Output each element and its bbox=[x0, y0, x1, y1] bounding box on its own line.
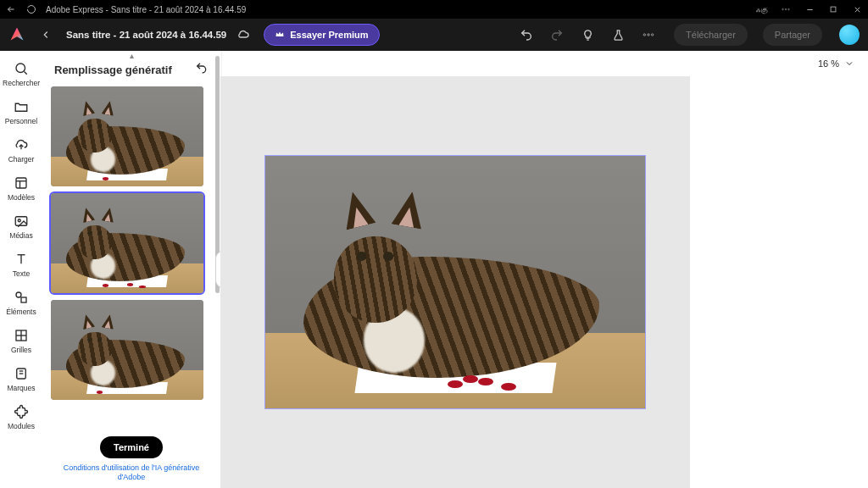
svg-point-5 bbox=[648, 34, 649, 36]
zoom-value: 16 % bbox=[818, 58, 839, 69]
rail-item-media[interactable]: Médias bbox=[0, 208, 42, 245]
share-label: Partager bbox=[775, 30, 810, 40]
svg-point-11 bbox=[16, 292, 21, 297]
variation-thumbnail[interactable] bbox=[51, 86, 203, 186]
canvas-stage[interactable] bbox=[220, 76, 690, 488]
app-toolbar: Sans titre - 21 août 2024 à 16.44.59 Ess… bbox=[0, 19, 868, 51]
rail-label: Grilles bbox=[11, 346, 31, 354]
generative-fill-panel: ▴ Remplissage génératif bbox=[42, 51, 220, 488]
minimize-icon[interactable] bbox=[804, 5, 815, 14]
beaker-icon[interactable] bbox=[608, 25, 628, 45]
undo-button[interactable] bbox=[516, 25, 537, 45]
panel-reset-button[interactable] bbox=[195, 61, 209, 78]
svg-rect-12 bbox=[21, 297, 26, 302]
rail-item-templates[interactable]: Modèles bbox=[0, 170, 42, 207]
document-title[interactable]: Sans titre - 21 août 2024 à 16.44.59 bbox=[66, 30, 226, 40]
elements-icon bbox=[14, 290, 29, 305]
close-icon[interactable] bbox=[851, 5, 863, 14]
rail-item-elements[interactable]: Éléments bbox=[0, 285, 42, 321]
right-properties-empty bbox=[690, 76, 868, 488]
share-button[interactable]: Partager bbox=[763, 24, 822, 46]
canvas-area: 16 % bbox=[220, 51, 868, 488]
left-rail: Rechercher Personnel Charger Modèles Méd… bbox=[0, 51, 42, 488]
addons-icon bbox=[14, 404, 29, 419]
done-button[interactable]: Terminé bbox=[100, 436, 163, 458]
maximize-icon[interactable] bbox=[827, 5, 839, 14]
brands-icon bbox=[14, 366, 29, 381]
upload-icon bbox=[14, 137, 29, 152]
rail-label: Texte bbox=[13, 269, 30, 278]
back-button[interactable] bbox=[36, 25, 56, 45]
svg-rect-8 bbox=[16, 178, 26, 188]
rail-label: Marques bbox=[7, 384, 35, 392]
svg-point-2 bbox=[788, 8, 790, 10]
zoom-control[interactable]: 16 % bbox=[818, 58, 854, 69]
svg-point-6 bbox=[652, 34, 654, 36]
rail-label: Éléments bbox=[6, 308, 36, 316]
rail-label: Modèles bbox=[8, 193, 35, 202]
window-titlebar: Adobe Express - Sans titre - 21 août 202… bbox=[0, 0, 868, 19]
window-title: Adobe Express - Sans titre - 21 août 202… bbox=[46, 5, 246, 14]
rail-item-grids[interactable]: Grilles bbox=[0, 323, 42, 359]
download-button[interactable]: Télécharger bbox=[674, 24, 748, 46]
user-avatar[interactable] bbox=[839, 25, 860, 45]
rail-item-search[interactable]: Rechercher bbox=[0, 56, 42, 92]
generative-ai-tos-link[interactable]: Conditions d'utilisation de l'IA générat… bbox=[55, 463, 208, 483]
svg-rect-3 bbox=[831, 7, 836, 12]
rail-label: Modules bbox=[8, 422, 35, 430]
media-icon bbox=[14, 214, 29, 229]
cloud-sync-icon[interactable] bbox=[236, 27, 250, 42]
rail-label: Charger bbox=[8, 155, 35, 164]
variation-thumbnail[interactable] bbox=[51, 300, 203, 400]
svg-point-0 bbox=[782, 8, 784, 10]
variation-thumbnail[interactable] bbox=[51, 193, 203, 293]
more-icon[interactable] bbox=[780, 4, 792, 14]
svg-point-7 bbox=[16, 64, 25, 73]
grids-icon bbox=[14, 328, 29, 343]
search-icon bbox=[14, 61, 29, 76]
rail-item-brands[interactable]: Marques bbox=[0, 361, 42, 397]
rail-item-your-stuff[interactable]: Personnel bbox=[0, 94, 42, 130]
svg-point-1 bbox=[785, 8, 787, 10]
rail-label: Rechercher bbox=[3, 79, 40, 87]
rail-label: Personnel bbox=[5, 117, 37, 125]
chevron-down-icon bbox=[844, 58, 854, 69]
more-options-icon[interactable] bbox=[638, 25, 659, 45]
try-premium-label: Essayer Premium bbox=[290, 30, 368, 40]
main-area: Rechercher Personnel Charger Modèles Méd… bbox=[0, 51, 868, 488]
rail-item-text[interactable]: Texte bbox=[0, 247, 42, 283]
rail-label: Médias bbox=[9, 231, 32, 240]
panel-thumbnail-list bbox=[42, 81, 220, 407]
folder-icon bbox=[14, 99, 29, 114]
crown-icon bbox=[275, 29, 285, 41]
rail-item-addons[interactable]: Modules bbox=[0, 399, 42, 435]
download-label: Télécharger bbox=[686, 30, 736, 40]
redo-button[interactable] bbox=[547, 25, 567, 45]
lightbulb-icon[interactable] bbox=[577, 25, 598, 45]
adobe-express-logo[interactable] bbox=[8, 25, 25, 44]
templates-icon bbox=[14, 175, 29, 191]
artboard[interactable] bbox=[265, 156, 645, 408]
back-icon[interactable] bbox=[5, 4, 17, 14]
scroll-indicator-icon: ▴ bbox=[130, 51, 134, 60]
svg-point-10 bbox=[18, 219, 20, 222]
panel-title: Remplissage génératif bbox=[54, 64, 172, 76]
try-premium-button[interactable]: Essayer Premium bbox=[264, 24, 379, 46]
lang-badge[interactable]: ஃகு bbox=[756, 5, 768, 14]
refresh-icon[interactable] bbox=[25, 4, 37, 14]
rail-item-upload[interactable]: Charger bbox=[0, 132, 42, 169]
svg-point-4 bbox=[643, 34, 645, 36]
text-icon bbox=[14, 252, 29, 267]
